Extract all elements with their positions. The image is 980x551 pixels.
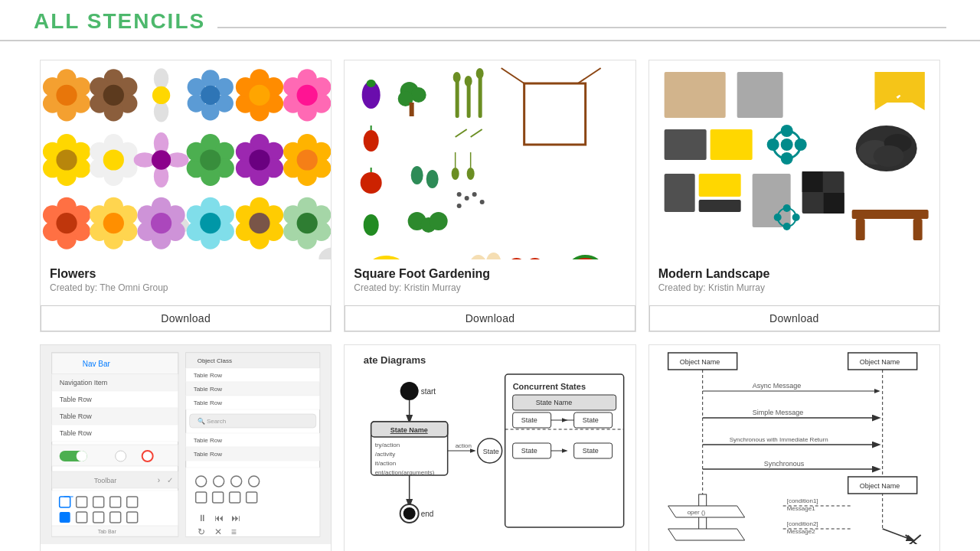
svg-point-128 bbox=[367, 80, 376, 87]
svg-point-163 bbox=[457, 192, 462, 197]
stencil-info-uml-state: UML - State Created by: The Omni Group bbox=[345, 544, 635, 551]
svg-text:Table Row: Table Row bbox=[194, 399, 223, 406]
svg-text:end: end bbox=[421, 510, 434, 518]
svg-point-264 bbox=[400, 382, 419, 400]
svg-text:⏮: ⏮ bbox=[214, 513, 224, 523]
svg-text:✕: ✕ bbox=[214, 527, 222, 537]
svg-text:State: State bbox=[521, 447, 537, 455]
stencil-info-flowers: Flowers Created by: The Omni Group bbox=[41, 259, 331, 302]
svg-text:State: State bbox=[521, 416, 537, 424]
svg-point-175 bbox=[780, 125, 792, 137]
svg-point-17 bbox=[154, 101, 168, 122]
svg-point-81 bbox=[297, 149, 318, 170]
stencil-info-gardening: Square Foot Gardening Created by: Kristi… bbox=[345, 259, 635, 302]
svg-text:Table Row: Table Row bbox=[194, 437, 223, 444]
svg-point-34 bbox=[249, 85, 270, 106]
svg-point-156 bbox=[371, 256, 402, 259]
stencil-author-flowers: Created by: The Omni Group bbox=[50, 282, 322, 293]
svg-point-213 bbox=[116, 451, 126, 461]
svg-point-150 bbox=[411, 166, 423, 184]
stencil-preview-ios: Nav Bar Navigation Item Table Row Table … bbox=[41, 345, 331, 544]
svg-rect-168 bbox=[664, 72, 725, 118]
svg-point-157 bbox=[469, 255, 488, 259]
svg-text:⏸: ⏸ bbox=[198, 513, 207, 523]
stencil-preview-uml-seq: Object Name Object Name Async Message Si… bbox=[649, 345, 939, 544]
svg-text:Tab Bar: Tab Bar bbox=[98, 529, 117, 534]
svg-point-214 bbox=[142, 451, 153, 461]
svg-point-160 bbox=[526, 258, 544, 259]
svg-point-74 bbox=[249, 149, 270, 170]
svg-text:action: action bbox=[456, 442, 472, 449]
svg-text:Message1: Message1 bbox=[786, 505, 815, 512]
svg-rect-170 bbox=[737, 72, 782, 118]
svg-point-20 bbox=[152, 86, 170, 104]
svg-text:⏭: ⏭ bbox=[231, 513, 240, 523]
svg-text:Object Name: Object Name bbox=[859, 482, 900, 490]
svg-text:[condition1]: [condition1] bbox=[786, 497, 818, 504]
svg-point-18 bbox=[316, 244, 332, 259]
svg-line-145 bbox=[471, 129, 482, 137]
download-button-flowers[interactable]: Download bbox=[41, 305, 331, 331]
svg-text:[condition2]: [condition2] bbox=[786, 520, 818, 527]
svg-point-149 bbox=[467, 168, 475, 180]
svg-rect-184 bbox=[664, 174, 694, 212]
svg-line-144 bbox=[456, 129, 467, 137]
download-button-gardening[interactable]: Download bbox=[345, 305, 635, 331]
stencil-preview-uml-state: ate Diagrams start bbox=[345, 345, 635, 544]
svg-line-324 bbox=[882, 529, 913, 540]
stencil-name-landscape: Modern Landscape bbox=[658, 267, 930, 281]
svg-text:State: State bbox=[583, 447, 599, 455]
svg-rect-185 bbox=[698, 174, 740, 197]
svg-text:oper (): oper () bbox=[687, 509, 705, 516]
svg-point-167 bbox=[457, 204, 462, 208]
svg-rect-200 bbox=[52, 353, 178, 374]
page: ALL STENCILS bbox=[0, 0, 980, 551]
svg-point-141 bbox=[465, 76, 472, 86]
svg-rect-191 bbox=[851, 210, 928, 219]
svg-text:Table Row: Table Row bbox=[194, 451, 223, 458]
svg-text:↻: ↻ bbox=[198, 527, 205, 537]
svg-point-116 bbox=[249, 213, 270, 233]
svg-point-198 bbox=[792, 214, 799, 221]
svg-text:Object Class: Object Class bbox=[198, 357, 232, 364]
svg-text:State Name: State Name bbox=[536, 399, 573, 406]
svg-point-197 bbox=[773, 214, 781, 221]
header-divider bbox=[217, 27, 946, 28]
svg-text:≡: ≡ bbox=[231, 527, 237, 537]
svg-point-41 bbox=[297, 85, 318, 106]
svg-text:Table Row: Table Row bbox=[194, 372, 223, 379]
svg-text:Toolbar: Toolbar bbox=[94, 477, 117, 484]
svg-text:Async Message: Async Message bbox=[752, 382, 801, 390]
svg-point-196 bbox=[782, 223, 790, 230]
svg-text:›: › bbox=[158, 476, 160, 484]
svg-text:ate Diagrams: ate Diagrams bbox=[364, 354, 426, 366]
download-button-landscape[interactable]: Download bbox=[649, 305, 939, 331]
svg-text:State Name: State Name bbox=[390, 426, 428, 434]
stencil-info-landscape: Modern Landscape Created by: Kristin Mur… bbox=[649, 259, 939, 302]
svg-text:Table Row: Table Row bbox=[60, 429, 93, 437]
svg-point-183 bbox=[873, 145, 903, 167]
svg-point-13 bbox=[103, 85, 124, 106]
svg-text:try/action: try/action bbox=[375, 442, 400, 448]
svg-point-166 bbox=[480, 200, 485, 204]
stencil-card-uml-state: ate Diagrams start bbox=[344, 344, 635, 551]
svg-text:Synchronous with Immediate Ret: Synchronous with Immediate Return bbox=[729, 436, 828, 443]
svg-text:Message2: Message2 bbox=[786, 528, 815, 535]
svg-text:✓: ✓ bbox=[167, 476, 173, 484]
svg-text:Object Name: Object Name bbox=[679, 358, 720, 366]
page-header: ALL STENCILS bbox=[0, 0, 980, 41]
svg-text:Synchronous: Synchronous bbox=[763, 460, 804, 468]
svg-point-133 bbox=[364, 214, 379, 236]
svg-point-177 bbox=[766, 139, 779, 151]
svg-point-135 bbox=[411, 87, 426, 103]
stencil-card-uml-seq: Object Name Object Name Async Message Si… bbox=[648, 344, 940, 551]
svg-point-143 bbox=[476, 68, 484, 79]
stencil-author-gardening: Created by: Kristin Murray bbox=[354, 282, 626, 293]
stencils-grid: Flowers Created by: The Omni Group Downl… bbox=[0, 41, 980, 551]
svg-text:State: State bbox=[583, 416, 599, 424]
stencil-card-gardening: Square Foot Gardening Created by: Kristi… bbox=[344, 60, 635, 332]
svg-point-158 bbox=[486, 253, 501, 259]
svg-text:State: State bbox=[483, 448, 499, 455]
svg-point-280 bbox=[403, 507, 416, 520]
svg-point-55 bbox=[103, 149, 124, 170]
